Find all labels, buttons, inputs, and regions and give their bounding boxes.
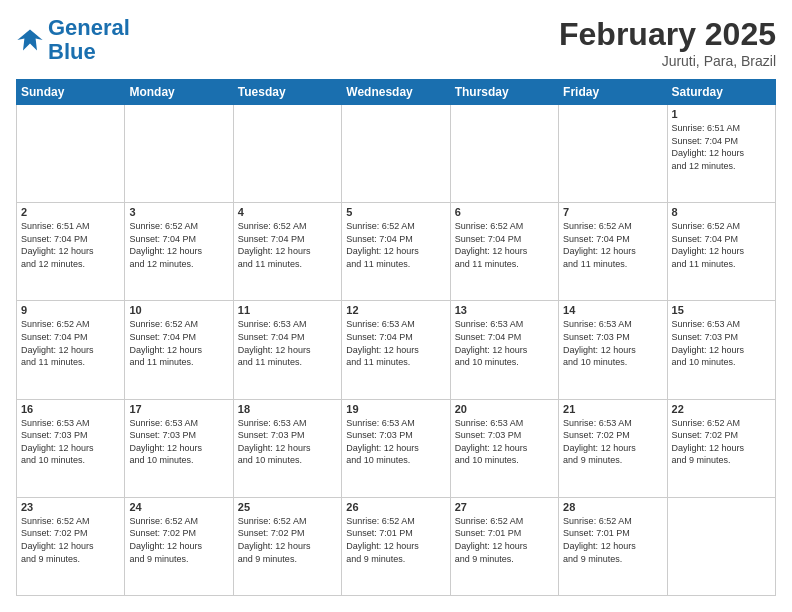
day-info: Sunrise: 6:53 AM Sunset: 7:03 PM Dayligh… — [672, 318, 771, 368]
day-cell — [450, 105, 558, 203]
day-number: 14 — [563, 304, 662, 316]
day-info: Sunrise: 6:52 AM Sunset: 7:04 PM Dayligh… — [563, 220, 662, 270]
day-cell: 13Sunrise: 6:53 AM Sunset: 7:04 PM Dayli… — [450, 301, 558, 399]
day-info: Sunrise: 6:52 AM Sunset: 7:04 PM Dayligh… — [238, 220, 337, 270]
header-sunday: Sunday — [17, 80, 125, 105]
calendar-table: Sunday Monday Tuesday Wednesday Thursday… — [16, 79, 776, 596]
day-info: Sunrise: 6:52 AM Sunset: 7:01 PM Dayligh… — [346, 515, 445, 565]
day-info: Sunrise: 6:53 AM Sunset: 7:02 PM Dayligh… — [563, 417, 662, 467]
logo-text: General Blue — [48, 16, 130, 64]
day-number: 20 — [455, 403, 554, 415]
day-info: Sunrise: 6:52 AM Sunset: 7:04 PM Dayligh… — [129, 220, 228, 270]
day-cell: 10Sunrise: 6:52 AM Sunset: 7:04 PM Dayli… — [125, 301, 233, 399]
day-cell: 11Sunrise: 6:53 AM Sunset: 7:04 PM Dayli… — [233, 301, 341, 399]
day-cell: 8Sunrise: 6:52 AM Sunset: 7:04 PM Daylig… — [667, 203, 775, 301]
day-number: 3 — [129, 206, 228, 218]
day-cell: 7Sunrise: 6:52 AM Sunset: 7:04 PM Daylig… — [559, 203, 667, 301]
svg-marker-0 — [17, 30, 42, 51]
header-saturday: Saturday — [667, 80, 775, 105]
day-info: Sunrise: 6:52 AM Sunset: 7:04 PM Dayligh… — [346, 220, 445, 270]
day-number: 13 — [455, 304, 554, 316]
day-info: Sunrise: 6:52 AM Sunset: 7:04 PM Dayligh… — [21, 318, 120, 368]
day-cell: 18Sunrise: 6:53 AM Sunset: 7:03 PM Dayli… — [233, 399, 341, 497]
day-cell: 23Sunrise: 6:52 AM Sunset: 7:02 PM Dayli… — [17, 497, 125, 595]
day-number: 17 — [129, 403, 228, 415]
day-cell — [17, 105, 125, 203]
day-cell — [342, 105, 450, 203]
day-number: 16 — [21, 403, 120, 415]
header-friday: Friday — [559, 80, 667, 105]
day-cell: 24Sunrise: 6:52 AM Sunset: 7:02 PM Dayli… — [125, 497, 233, 595]
day-info: Sunrise: 6:52 AM Sunset: 7:04 PM Dayligh… — [455, 220, 554, 270]
day-info: Sunrise: 6:51 AM Sunset: 7:04 PM Dayligh… — [21, 220, 120, 270]
day-cell: 16Sunrise: 6:53 AM Sunset: 7:03 PM Dayli… — [17, 399, 125, 497]
day-cell: 25Sunrise: 6:52 AM Sunset: 7:02 PM Dayli… — [233, 497, 341, 595]
day-cell — [125, 105, 233, 203]
day-number: 26 — [346, 501, 445, 513]
day-info: Sunrise: 6:52 AM Sunset: 7:02 PM Dayligh… — [21, 515, 120, 565]
day-number: 23 — [21, 501, 120, 513]
day-info: Sunrise: 6:52 AM Sunset: 7:02 PM Dayligh… — [129, 515, 228, 565]
week-row-2: 2Sunrise: 6:51 AM Sunset: 7:04 PM Daylig… — [17, 203, 776, 301]
day-cell: 14Sunrise: 6:53 AM Sunset: 7:03 PM Dayli… — [559, 301, 667, 399]
day-cell: 1Sunrise: 6:51 AM Sunset: 7:04 PM Daylig… — [667, 105, 775, 203]
day-number: 9 — [21, 304, 120, 316]
day-info: Sunrise: 6:53 AM Sunset: 7:03 PM Dayligh… — [21, 417, 120, 467]
header-monday: Monday — [125, 80, 233, 105]
logo-icon — [16, 26, 44, 54]
day-info: Sunrise: 6:53 AM Sunset: 7:03 PM Dayligh… — [455, 417, 554, 467]
day-cell: 9Sunrise: 6:52 AM Sunset: 7:04 PM Daylig… — [17, 301, 125, 399]
day-info: Sunrise: 6:53 AM Sunset: 7:04 PM Dayligh… — [346, 318, 445, 368]
day-number: 10 — [129, 304, 228, 316]
calendar-header-row: Sunday Monday Tuesday Wednesday Thursday… — [17, 80, 776, 105]
day-number: 12 — [346, 304, 445, 316]
day-info: Sunrise: 6:53 AM Sunset: 7:03 PM Dayligh… — [346, 417, 445, 467]
day-number: 1 — [672, 108, 771, 120]
day-number: 24 — [129, 501, 228, 513]
day-cell: 19Sunrise: 6:53 AM Sunset: 7:03 PM Dayli… — [342, 399, 450, 497]
page: General Blue February 2025 Juruti, Para,… — [0, 0, 792, 612]
day-cell: 21Sunrise: 6:53 AM Sunset: 7:02 PM Dayli… — [559, 399, 667, 497]
day-cell: 15Sunrise: 6:53 AM Sunset: 7:03 PM Dayli… — [667, 301, 775, 399]
day-cell — [233, 105, 341, 203]
day-info: Sunrise: 6:52 AM Sunset: 7:02 PM Dayligh… — [238, 515, 337, 565]
day-number: 21 — [563, 403, 662, 415]
day-number: 4 — [238, 206, 337, 218]
day-number: 8 — [672, 206, 771, 218]
day-info: Sunrise: 6:53 AM Sunset: 7:03 PM Dayligh… — [129, 417, 228, 467]
day-info: Sunrise: 6:53 AM Sunset: 7:04 PM Dayligh… — [238, 318, 337, 368]
logo: General Blue — [16, 16, 130, 64]
day-info: Sunrise: 6:53 AM Sunset: 7:03 PM Dayligh… — [238, 417, 337, 467]
day-cell: 2Sunrise: 6:51 AM Sunset: 7:04 PM Daylig… — [17, 203, 125, 301]
title-block: February 2025 Juruti, Para, Brazil — [559, 16, 776, 69]
day-cell: 5Sunrise: 6:52 AM Sunset: 7:04 PM Daylig… — [342, 203, 450, 301]
day-cell: 28Sunrise: 6:52 AM Sunset: 7:01 PM Dayli… — [559, 497, 667, 595]
day-number: 22 — [672, 403, 771, 415]
day-info: Sunrise: 6:53 AM Sunset: 7:03 PM Dayligh… — [563, 318, 662, 368]
day-cell: 26Sunrise: 6:52 AM Sunset: 7:01 PM Dayli… — [342, 497, 450, 595]
day-info: Sunrise: 6:51 AM Sunset: 7:04 PM Dayligh… — [672, 122, 771, 172]
day-cell — [559, 105, 667, 203]
day-cell: 6Sunrise: 6:52 AM Sunset: 7:04 PM Daylig… — [450, 203, 558, 301]
day-number: 7 — [563, 206, 662, 218]
day-cell: 27Sunrise: 6:52 AM Sunset: 7:01 PM Dayli… — [450, 497, 558, 595]
day-info: Sunrise: 6:53 AM Sunset: 7:04 PM Dayligh… — [455, 318, 554, 368]
day-cell: 4Sunrise: 6:52 AM Sunset: 7:04 PM Daylig… — [233, 203, 341, 301]
day-number: 19 — [346, 403, 445, 415]
day-number: 6 — [455, 206, 554, 218]
week-row-4: 16Sunrise: 6:53 AM Sunset: 7:03 PM Dayli… — [17, 399, 776, 497]
day-number: 28 — [563, 501, 662, 513]
day-info: Sunrise: 6:52 AM Sunset: 7:02 PM Dayligh… — [672, 417, 771, 467]
day-cell: 12Sunrise: 6:53 AM Sunset: 7:04 PM Dayli… — [342, 301, 450, 399]
day-number: 25 — [238, 501, 337, 513]
week-row-3: 9Sunrise: 6:52 AM Sunset: 7:04 PM Daylig… — [17, 301, 776, 399]
header: General Blue February 2025 Juruti, Para,… — [16, 16, 776, 69]
day-number: 5 — [346, 206, 445, 218]
day-info: Sunrise: 6:52 AM Sunset: 7:01 PM Dayligh… — [455, 515, 554, 565]
week-row-5: 23Sunrise: 6:52 AM Sunset: 7:02 PM Dayli… — [17, 497, 776, 595]
day-cell: 22Sunrise: 6:52 AM Sunset: 7:02 PM Dayli… — [667, 399, 775, 497]
day-cell: 17Sunrise: 6:53 AM Sunset: 7:03 PM Dayli… — [125, 399, 233, 497]
day-info: Sunrise: 6:52 AM Sunset: 7:01 PM Dayligh… — [563, 515, 662, 565]
week-row-1: 1Sunrise: 6:51 AM Sunset: 7:04 PM Daylig… — [17, 105, 776, 203]
day-number: 2 — [21, 206, 120, 218]
